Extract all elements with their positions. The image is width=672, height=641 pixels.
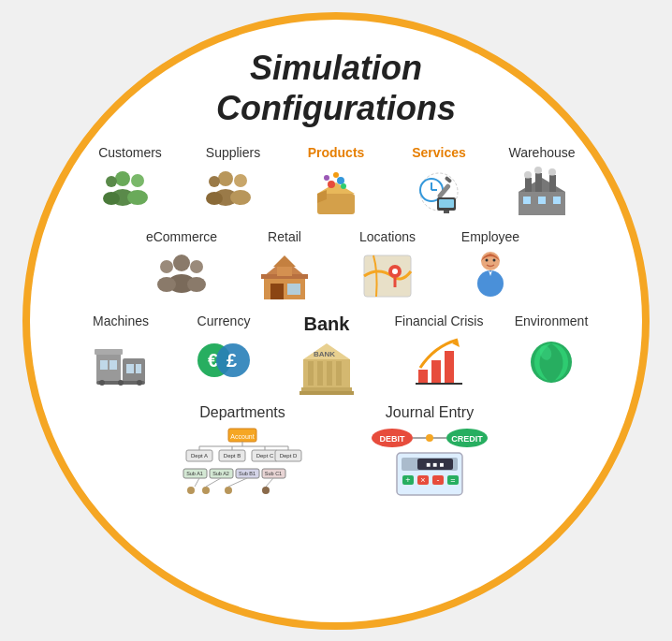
svg-text:Sub C1: Sub C1	[265, 471, 282, 476]
departments-icon: Account Dept A Dept B Dept C Dept D	[182, 427, 303, 497]
svg-point-0	[115, 171, 130, 186]
svg-rect-79	[317, 361, 323, 386]
ecommerce-icon	[153, 248, 210, 304]
currency-label: Currency	[197, 313, 251, 328]
item-bank[interactable]: Bank BANK	[275, 313, 378, 395]
svg-point-59	[486, 258, 489, 261]
svg-rect-78	[308, 361, 314, 386]
svg-rect-25	[445, 176, 453, 183]
svg-point-55	[392, 269, 398, 274]
svg-point-8	[234, 174, 247, 187]
svg-text:CREDIT: CREDIT	[451, 434, 483, 444]
svg-rect-63	[95, 349, 123, 355]
svg-rect-61	[96, 353, 121, 383]
item-machines[interactable]: Machines	[69, 313, 172, 388]
main-circle: Simulation Configurations Customers Supp…	[22, 12, 650, 630]
warehouse-label: Warehouse	[508, 145, 575, 160]
svg-point-35	[534, 167, 542, 174]
row-4: Departments Account Dept A Dept B Dept C…	[67, 404, 605, 497]
item-services[interactable]: Services	[387, 145, 490, 220]
item-customers[interactable]: Customers	[79, 145, 182, 220]
machines-label: Machines	[93, 313, 149, 328]
svg-point-43	[157, 277, 176, 292]
svg-rect-24	[437, 183, 451, 199]
svg-point-130	[426, 434, 433, 442]
svg-rect-38	[538, 197, 546, 204]
services-icon	[411, 164, 467, 220]
products-icon	[308, 164, 364, 220]
svg-marker-52	[273, 255, 296, 267]
svg-point-69	[99, 380, 105, 386]
suppliers-label: Suppliers	[206, 145, 260, 160]
retail-label: Retail	[268, 229, 301, 244]
svg-text:BANK: BANK	[314, 350, 335, 358]
item-locations[interactable]: Locations	[336, 229, 439, 304]
svg-text:Sub A2: Sub A2	[212, 471, 229, 476]
suppliers-icon	[205, 164, 261, 220]
svg-point-60	[493, 258, 496, 261]
environment-label: Environment	[515, 313, 589, 328]
customers-label: Customers	[98, 145, 162, 160]
svg-point-70	[118, 380, 124, 386]
bank-label: Bank	[304, 313, 350, 335]
journal-entry-label: Journal Entry	[386, 404, 474, 421]
services-label: Services	[412, 145, 466, 160]
svg-line-123	[228, 478, 247, 487]
svg-point-9	[230, 190, 251, 205]
svg-point-42	[160, 260, 173, 273]
svg-point-16	[337, 177, 344, 184]
svg-rect-27	[439, 199, 454, 208]
svg-text:Dept D: Dept D	[280, 453, 298, 459]
item-environment[interactable]: Environment	[500, 313, 603, 388]
svg-rect-65	[110, 360, 117, 370]
svg-rect-51	[277, 267, 292, 276]
svg-line-124	[266, 478, 273, 487]
svg-point-17	[333, 172, 339, 178]
customers-icon	[102, 164, 158, 220]
svg-point-118	[202, 487, 210, 494]
journal-entry-icon: DEBIT CREDIT + × -	[369, 427, 490, 497]
svg-text:Dept B: Dept B	[224, 453, 241, 459]
svg-point-15	[328, 181, 335, 188]
svg-point-18	[341, 183, 346, 189]
svg-rect-80	[327, 361, 332, 386]
item-financial-crisis[interactable]: Financial Crisis	[378, 313, 500, 388]
item-employee[interactable]: Employee	[439, 229, 542, 304]
item-warehouse[interactable]: Warehouse	[490, 145, 593, 220]
svg-text:=: =	[450, 475, 455, 485]
svg-point-36	[548, 168, 556, 176]
svg-rect-53	[364, 255, 411, 297]
svg-rect-39	[553, 197, 561, 204]
departments-label: Departments	[199, 404, 285, 421]
item-journal-entry[interactable]: Journal Entry DEBIT CREDIT +	[336, 404, 523, 497]
financial-crisis-label: Financial Crisis	[395, 313, 484, 328]
item-ecommerce[interactable]: eCommerce	[130, 229, 233, 304]
svg-rect-28	[444, 211, 449, 213]
item-suppliers[interactable]: Suppliers	[182, 145, 285, 220]
svg-text:Sub A1: Sub A1	[186, 471, 203, 476]
row-2: eCommerce Retail	[67, 229, 605, 304]
svg-point-2	[131, 174, 144, 187]
item-products[interactable]: Products	[285, 145, 387, 220]
svg-rect-83	[299, 391, 354, 395]
item-currency[interactable]: Currency € £	[172, 313, 275, 388]
svg-text:Account: Account	[230, 433, 254, 440]
svg-rect-86	[431, 360, 441, 384]
warehouse-icon	[514, 164, 570, 220]
svg-point-71	[137, 380, 142, 386]
item-departments[interactable]: Departments Account Dept A Dept B Dept C…	[149, 404, 336, 497]
svg-text:Dept A: Dept A	[191, 453, 208, 459]
environment-icon	[523, 332, 579, 388]
item-retail[interactable]: Retail	[233, 229, 336, 304]
svg-point-119	[225, 487, 232, 494]
svg-text:DEBIT: DEBIT	[380, 434, 406, 444]
employee-label: Employee	[461, 229, 519, 244]
employee-icon	[462, 248, 519, 304]
page-title: Simulation Configurations	[216, 48, 456, 128]
currency-icon: € £	[196, 332, 252, 388]
svg-point-44	[190, 260, 203, 273]
svg-rect-67	[136, 364, 141, 373]
svg-point-120	[262, 487, 270, 494]
locations-icon	[359, 248, 416, 304]
svg-text:Sub B1: Sub B1	[239, 471, 256, 476]
